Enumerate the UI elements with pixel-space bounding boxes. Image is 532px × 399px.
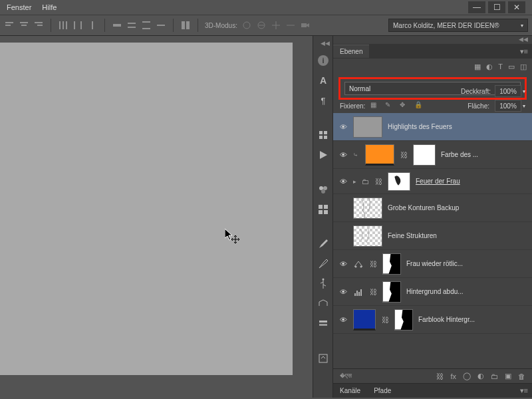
layer-name[interactable]: Grobe Konturen Backup	[388, 204, 527, 211]
layer-mask-thumbnail[interactable]	[382, 281, 401, 303]
distribute-h-icon[interactable]	[156, 20, 166, 31]
layer-row[interactable]: Feine Strukturen	[333, 222, 532, 250]
menu-fenster[interactable]: Fenster	[7, 3, 31, 11]
distribute-h-icon[interactable]	[141, 20, 152, 31]
panel-menu-icon[interactable]: ▾≡	[520, 47, 528, 56]
distribute-icon[interactable]	[87, 20, 98, 31]
character-icon[interactable]: A	[317, 74, 329, 86]
filter-smart-icon[interactable]: ◫	[520, 63, 527, 71]
usb-icon[interactable]	[317, 278, 329, 290]
align-icon[interactable]	[33, 20, 44, 31]
visibility-eye-icon[interactable]: 👁	[338, 259, 348, 269]
layer-name[interactable]: Frau wieder rötlic...	[406, 260, 527, 267]
styles-icon[interactable]	[317, 318, 329, 330]
layer-mask-thumbnail[interactable]	[388, 172, 410, 191]
tab-pfade[interactable]: Pfade	[367, 384, 398, 397]
slide-icon[interactable]	[285, 20, 296, 31]
layer-style-icon[interactable]: fx	[450, 372, 456, 380]
paragraph-icon[interactable]: ¶	[317, 94, 329, 106]
layer-row[interactable]: 👁 ⤷ ⛓ Farbe des ...	[333, 141, 532, 169]
layer-mask-thumbnail[interactable]	[394, 309, 413, 331]
new-group-icon[interactable]: 🗀	[491, 372, 498, 380]
canvas[interactable]	[0, 43, 293, 375]
layer-mask-thumbnail[interactable]	[413, 144, 436, 166]
group-toggle-icon[interactable]: ▸	[353, 178, 356, 185]
lock-transparency-icon[interactable]: ▦	[370, 101, 380, 110]
lock-all-icon[interactable]: 🔒	[414, 101, 424, 110]
roll-icon[interactable]	[256, 20, 267, 31]
visibility-eye-icon[interactable]	[338, 203, 348, 213]
window-maximize-button[interactable]: ☐	[488, 1, 505, 13]
link-icon[interactable]: ⛓	[400, 151, 408, 159]
link-icon[interactable]: ⛓	[374, 178, 382, 186]
layer-row[interactable]: Grobe Konturen Backup	[333, 194, 532, 222]
distribute-h-icon[interactable]	[126, 20, 137, 31]
auto-align-icon[interactable]	[180, 20, 191, 31]
delete-layer-icon[interactable]: 🗑	[518, 372, 525, 380]
tab-ebenen[interactable]: Ebenen	[333, 45, 369, 58]
history-icon[interactable]	[317, 352, 329, 364]
layer-name[interactable]: Highlights des Feuers	[388, 123, 527, 130]
layer-row[interactable]: 👁 Highlights des Feuers	[333, 113, 532, 141]
layer-thumbnail[interactable]	[353, 116, 382, 138]
link-icon[interactable]: ⛓	[381, 316, 389, 324]
lock-pixels-icon[interactable]: ✎	[385, 101, 394, 110]
layer-row[interactable]: 👁 ▸ 🗀 ⛓ Feuer der Frau	[333, 169, 532, 194]
brush-settings-icon[interactable]	[317, 258, 329, 270]
actions-icon[interactable]	[317, 129, 329, 141]
new-adjustment-icon[interactable]: ◐	[477, 372, 484, 380]
layer-thumbnail[interactable]	[353, 198, 382, 219]
visibility-eye-icon[interactable]: 👁	[338, 287, 348, 297]
filter-adjust-icon[interactable]: ◐	[486, 63, 493, 71]
filter-pixel-icon[interactable]: ▦	[474, 63, 481, 71]
visibility-eye-icon[interactable]: 👁	[338, 122, 348, 132]
distribute-icon[interactable]	[72, 20, 83, 31]
visibility-eye-icon[interactable]: 👁	[338, 315, 348, 325]
window-minimize-button[interactable]: —	[468, 1, 485, 13]
workspace-dropdown[interactable]: Marco Kolditz, MEER DER IDEEN® ▾	[388, 19, 528, 32]
layer-row[interactable]: 👁 ⛓ Hintergrund abdu...	[333, 278, 532, 306]
layer-thumbnail[interactable]	[365, 144, 394, 166]
info-icon[interactable]: i	[317, 55, 329, 66]
visibility-eye-icon[interactable]: 👁	[338, 150, 348, 160]
swatches-icon[interactable]	[317, 184, 329, 196]
align-icon[interactable]	[4, 20, 15, 31]
distribute-icon[interactable]	[58, 20, 68, 31]
layer-name[interactable]: Feine Strukturen	[388, 232, 527, 239]
filter-shape-icon[interactable]: ▭	[508, 63, 515, 71]
layer-row[interactable]: 👁 ⛓ Farblook Hintergr...	[333, 306, 532, 334]
link-icon[interactable]: ⛓	[369, 288, 377, 296]
layer-name[interactable]: Hintergrund abdu...	[406, 288, 527, 295]
panel-menu-icon[interactable]: ▾≡	[520, 386, 528, 395]
fill-value[interactable]: 100%	[495, 100, 521, 112]
play-icon[interactable]	[317, 149, 329, 161]
layer-name[interactable]: Feuer der Frau	[416, 178, 527, 185]
add-mask-icon[interactable]: ◯	[463, 372, 471, 380]
chevron-down-icon[interactable]: ▾	[523, 103, 525, 109]
layer-mask-thumbnail[interactable]	[382, 253, 401, 275]
layer-name[interactable]: Farbe des ...	[441, 151, 527, 158]
chevron-down-icon[interactable]: ▾	[523, 88, 525, 94]
scale-icon[interactable]	[317, 298, 329, 310]
pan-icon[interactable]	[271, 20, 281, 31]
filter-type-icon[interactable]: T	[498, 63, 503, 71]
layer-row[interactable]: 👁 ⛓ Frau wieder rötlic...	[333, 250, 532, 278]
visibility-eye-icon[interactable]	[338, 231, 348, 241]
menu-hilfe[interactable]: Hilfe	[42, 3, 57, 11]
layer-name[interactable]: Farblook Hintergr...	[418, 316, 527, 323]
lock-position-icon[interactable]: ✥	[400, 101, 409, 110]
visibility-eye-icon[interactable]: 👁	[338, 177, 348, 186]
new-layer-icon[interactable]: ▣	[505, 372, 511, 380]
camera-icon[interactable]	[300, 20, 311, 31]
opacity-value[interactable]: 100%	[495, 85, 521, 97]
align-icon[interactable]	[19, 20, 29, 31]
distribute-h-icon[interactable]	[112, 20, 122, 31]
orbit-icon[interactable]	[241, 20, 252, 31]
layer-thumbnail[interactable]	[353, 225, 382, 247]
layer-thumbnail[interactable]	[353, 309, 376, 331]
grid-icon[interactable]	[317, 203, 329, 215]
window-close-button[interactable]: ✕	[508, 1, 525, 13]
brush-icon[interactable]	[317, 238, 329, 250]
tab-kanaele[interactable]: Kanäle	[333, 384, 367, 397]
link-icon[interactable]: ⛓	[369, 260, 377, 268]
